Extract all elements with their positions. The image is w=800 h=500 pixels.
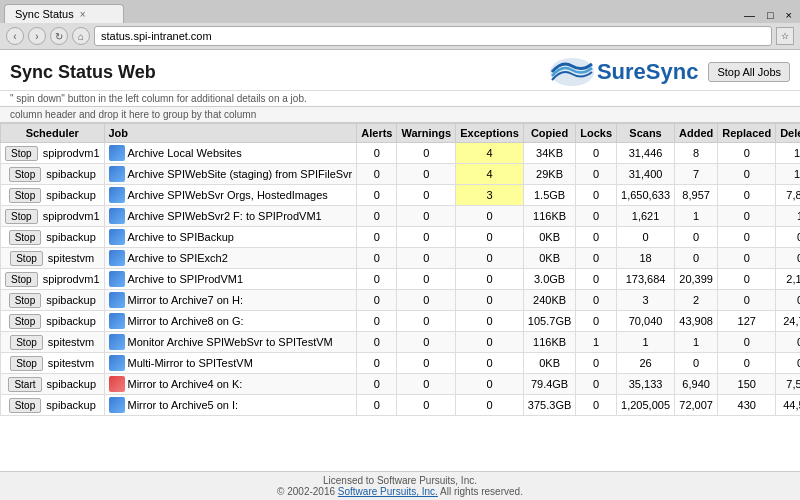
table-row: Stop spiprodvm1 Archive Local Websites 0… (1, 143, 801, 164)
logo-icon (547, 56, 597, 88)
cell-copied: 375.3GB (523, 395, 575, 416)
address-bar[interactable] (94, 26, 772, 46)
col-warnings[interactable]: Warnings (397, 124, 456, 143)
window-close-btn[interactable]: × (782, 9, 796, 21)
refresh-button[interactable]: ↻ (50, 27, 68, 45)
stop-all-jobs-button[interactable]: Stop All Jobs (708, 62, 790, 82)
table-row: Start spibackup Mirror to Archive4 on K:… (1, 374, 801, 395)
job-icon (109, 145, 125, 161)
cell-added: 43,908 (675, 311, 718, 332)
cell-warnings: 0 (397, 353, 456, 374)
cell-copied: 29KB (523, 164, 575, 185)
tab-close-icon[interactable]: × (80, 9, 86, 20)
tab-bar: Sync Status × — □ × (0, 0, 800, 23)
cell-locks: 0 (576, 395, 617, 416)
cell-copied: 105.7GB (523, 311, 575, 332)
cell-alerts: 0 (357, 185, 397, 206)
browser-tab[interactable]: Sync Status × (4, 4, 124, 23)
col-added[interactable]: Added (675, 124, 718, 143)
cell-scheduler: Stop spibackup (1, 227, 105, 248)
hint1: " spin down" button in the left column f… (10, 93, 790, 104)
cell-scans: 173,684 (617, 269, 675, 290)
cell-job: Archive to SPIBackup (104, 227, 357, 248)
job-name-label: Archive to SPIExch2 (128, 252, 228, 264)
scheduler-name: spibackup (47, 378, 97, 390)
cell-added: 2 (675, 290, 718, 311)
cell-scheduler: Stop spiprodvm1 (1, 269, 105, 290)
cell-replaced: 0 (718, 353, 776, 374)
cell-scheduler: Stop spitestvm (1, 353, 105, 374)
cell-scans: 35,133 (617, 374, 675, 395)
stop-button[interactable]: Stop (10, 251, 43, 266)
job-name-label: Archive SPIWebSvr Orgs, HostedImages (128, 189, 328, 201)
col-job[interactable]: Job (104, 124, 357, 143)
cell-added: 1 (675, 332, 718, 353)
footer-link[interactable]: Software Pursuits, Inc. (338, 486, 438, 497)
stop-button[interactable]: Stop (10, 356, 43, 371)
cell-locks: 0 (576, 353, 617, 374)
cell-job: Mirror to Archive5 on I: (104, 395, 357, 416)
cell-replaced: 127 (718, 311, 776, 332)
cell-added: 8,957 (675, 185, 718, 206)
job-name-label: Multi-Mirror to SPITestVM (128, 357, 253, 369)
col-scheduler[interactable]: Scheduler (1, 124, 105, 143)
cell-scheduler: Stop spibackup (1, 185, 105, 206)
col-replaced[interactable]: Replaced (718, 124, 776, 143)
cell-replaced: 150 (718, 374, 776, 395)
cell-copied: 0KB (523, 353, 575, 374)
col-locks[interactable]: Locks (576, 124, 617, 143)
window-min-btn[interactable]: — (740, 9, 759, 21)
cell-job: Archive to SPIExch2 (104, 248, 357, 269)
cell-deleted: 1 (776, 206, 800, 227)
col-copied[interactable]: Copied (523, 124, 575, 143)
cell-exceptions: 0 (456, 353, 524, 374)
cell-locks: 0 (576, 143, 617, 164)
cell-alerts: 0 (357, 311, 397, 332)
window-max-btn[interactable]: □ (763, 9, 778, 21)
col-deleted[interactable]: Deleted (776, 124, 800, 143)
job-icon (109, 229, 125, 245)
job-name-label: Mirror to Archive5 on I: (128, 399, 239, 411)
col-alerts[interactable]: Alerts (357, 124, 397, 143)
cell-added: 0 (675, 248, 718, 269)
col-exceptions[interactable]: Exceptions (456, 124, 524, 143)
cell-added: 0 (675, 353, 718, 374)
cell-alerts: 0 (357, 332, 397, 353)
cell-warnings: 0 (397, 206, 456, 227)
stop-button[interactable]: Stop (9, 167, 42, 182)
cell-deleted: 16 (776, 164, 800, 185)
col-scans[interactable]: Scans (617, 124, 675, 143)
job-icon (109, 292, 125, 308)
stop-button[interactable]: Stop (5, 146, 38, 161)
scheduler-name: spitestvm (48, 336, 94, 348)
stop-button[interactable]: Stop (9, 188, 42, 203)
cell-deleted: 7,828 (776, 185, 800, 206)
stop-button[interactable]: Stop (5, 272, 38, 287)
cell-exceptions: 0 (456, 206, 524, 227)
stop-button[interactable]: Stop (9, 293, 42, 308)
cell-added: 6,940 (675, 374, 718, 395)
cell-replaced: 0 (718, 290, 776, 311)
cell-scheduler: Stop spiprodvm1 (1, 206, 105, 227)
stop-button[interactable]: Stop (10, 335, 43, 350)
star-icon[interactable]: ☆ (776, 27, 794, 45)
hint-area: " spin down" button in the left column f… (0, 91, 800, 106)
stop-button[interactable]: Stop (9, 314, 42, 329)
table-header-row: Scheduler Job Alerts Warnings Exceptions… (1, 124, 801, 143)
home-button[interactable]: ⌂ (72, 27, 90, 45)
job-icon (109, 187, 125, 203)
cell-alerts: 0 (357, 374, 397, 395)
cell-replaced: 0 (718, 185, 776, 206)
cell-alerts: 0 (357, 164, 397, 185)
stop-button[interactable]: Stop (9, 398, 42, 413)
job-name-label: Archive SPIWebSvr2 F: to SPIProdVM1 (128, 210, 322, 222)
cell-warnings: 0 (397, 269, 456, 290)
cell-scans: 1,650,633 (617, 185, 675, 206)
footer-copyright-post: All rights reserved. (438, 486, 523, 497)
cell-exceptions: 0 (456, 311, 524, 332)
stop-button[interactable]: Stop (9, 230, 42, 245)
forward-button[interactable]: › (28, 27, 46, 45)
start-button[interactable]: Start (8, 377, 41, 392)
stop-button[interactable]: Stop (5, 209, 38, 224)
back-button[interactable]: ‹ (6, 27, 24, 45)
